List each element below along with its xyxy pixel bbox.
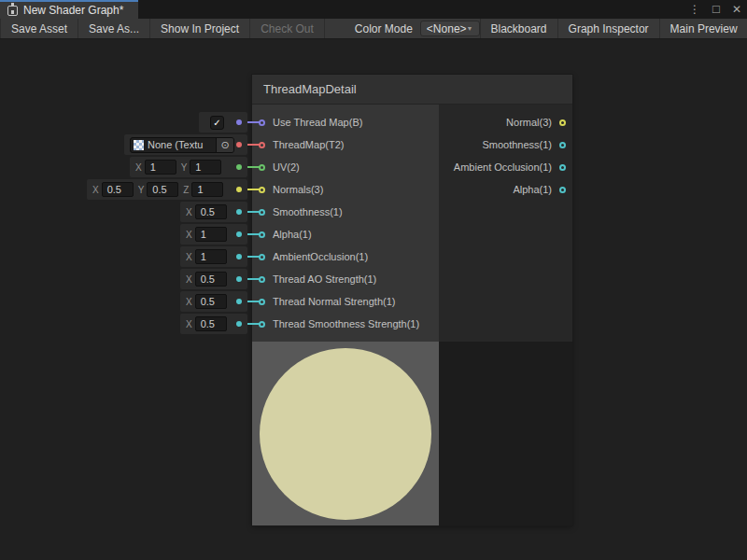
axis-label-x: X [186, 252, 192, 262]
input-row-smoothness: Smoothness(1) [252, 201, 439, 223]
normals-z-field[interactable]: 1 [191, 182, 223, 197]
color-mode-value: <None> [427, 22, 467, 35]
axis-label-x: X [135, 162, 142, 173]
input-row-threadmap: ThreadMap(T2) [252, 133, 439, 156]
axis-label-x: X [186, 297, 192, 307]
axis-label-x: X [186, 319, 192, 329]
threadmap-object-field[interactable]: None (Textu ⊙ [130, 137, 234, 153]
normals-widget: X 0.5 Y 0.5 Z 1 [87, 179, 247, 200]
chevron-down-icon: ▼ [467, 25, 473, 32]
input-port-label: Normals(3) [273, 184, 323, 195]
input-port-label: UV(2) [273, 161, 300, 173]
axis-label-y: Y [181, 162, 188, 173]
axis-label-z: Z [183, 185, 189, 195]
port-stub-dot [236, 321, 242, 327]
check-out-button: Check Out [250, 19, 325, 38]
alpha-x-field[interactable]: 1 [195, 227, 227, 242]
texture-thumbnail-icon [134, 140, 144, 150]
output-row-normal: Normal(3) [439, 111, 572, 133]
node-threadmapdetail[interactable]: ThreadMapDetail Use Thread Map(B) Thread… [252, 75, 572, 525]
thread-normal-strength-x-field[interactable]: 0.5 [195, 294, 227, 309]
shader-graph-icon [7, 6, 18, 16]
output-port[interactable] [559, 119, 566, 126]
port-stub-dot [236, 119, 242, 125]
node-preview [252, 342, 439, 525]
alpha-widget: X 1 [180, 224, 247, 245]
input-row-use-thread-map: Use Thread Map(B) [252, 111, 439, 133]
output-port[interactable] [559, 142, 566, 148]
main-preview-toggle-button[interactable]: Main Preview [660, 19, 747, 38]
axis-label-x: X [186, 274, 192, 285]
kebab-menu-icon[interactable]: ⋮ [689, 4, 700, 15]
input-row-alpha: Alpha(1) [252, 223, 439, 245]
output-row-smoothness: Smoothness(1) [439, 133, 572, 156]
close-icon[interactable]: ✕ [732, 4, 741, 15]
node-title: ThreadMapDetail [263, 82, 357, 96]
normals-x-field[interactable]: 0.5 [102, 182, 134, 197]
save-asset-button[interactable]: Save Asset [0, 19, 78, 38]
show-in-project-button[interactable]: Show In Project [150, 19, 250, 38]
input-port-label: AmbientOcclusion(1) [273, 251, 368, 262]
input-port-label: Use Thread Map(B) [273, 117, 362, 128]
color-mode-dropdown[interactable]: <None> ▼ [420, 21, 480, 36]
use-thread-map-checkbox[interactable]: ✓ [210, 116, 224, 130]
threadmap-object-value: None (Textu [148, 139, 216, 150]
axis-label-x: X [92, 185, 99, 195]
node-title-bar[interactable]: ThreadMapDetail [252, 75, 572, 105]
port-stub-dot [236, 254, 242, 259]
port-wire [246, 189, 261, 190]
object-picker-button[interactable]: ⊙ [216, 138, 233, 152]
save-as-button[interactable]: Save As... [78, 19, 150, 38]
port-stub-dot [236, 164, 242, 170]
input-row-normals: Normals(3) [252, 178, 439, 201]
ambientocclusion-widget: X 1 [180, 246, 247, 267]
output-row-ambient-occlusion: Ambient Occlusion(1) [439, 156, 572, 178]
graph-canvas[interactable]: ThreadMapDetail Use Thread Map(B) Thread… [0, 39, 747, 560]
input-row-thread-smoothness-strength: Thread Smoothness Strength(1) [252, 313, 439, 335]
input-port-label: Alpha(1) [273, 229, 312, 240]
port-wire [246, 301, 261, 302]
blackboard-toggle-button[interactable]: Blackboard [480, 19, 558, 38]
port-stub-dot [236, 209, 242, 215]
color-mode-label: Color Mode [347, 19, 420, 38]
shader-graph-toolbar: Save Asset Save As... Show In Project Ch… [0, 19, 747, 39]
thread-ao-strength-widget: X 0.5 [180, 269, 247, 289]
port-stub-dot [236, 299, 242, 304]
port-wire [246, 323, 261, 325]
port-stub-dot [236, 276, 242, 282]
port-wire [246, 121, 261, 123]
input-port-label: Smoothness(1) [273, 206, 343, 217]
window-controls: ⋮ □ ✕ [689, 0, 741, 19]
axis-label-x: X [186, 230, 192, 240]
maximize-icon[interactable]: □ [712, 3, 720, 15]
uv-x-field[interactable]: 1 [145, 160, 176, 175]
thread-smoothness-strength-x-field[interactable]: 0.5 [195, 316, 227, 331]
input-port-label: Thread Smoothness Strength(1) [273, 318, 419, 329]
smoothness-x-field[interactable]: 0.5 [195, 204, 227, 219]
object-picker-icon: ⊙ [220, 139, 229, 151]
graph-inspector-toggle-button[interactable]: Graph Inspector [558, 19, 660, 38]
smoothness-widget: X 0.5 [180, 202, 247, 222]
port-wire [246, 278, 261, 280]
port-stub-dot [236, 187, 242, 192]
uv-y-field[interactable]: 1 [190, 160, 221, 175]
tab-new-shader-graph[interactable]: New Shader Graph* [0, 0, 138, 19]
input-port-label: ThreadMap(T2) [273, 139, 344, 150]
port-wire [246, 211, 261, 213]
output-port[interactable] [559, 187, 566, 193]
port-stub-dot [236, 142, 242, 147]
input-row-uv: UV(2) [252, 156, 439, 178]
node-output-column: Normal(3) Smoothness(1) Ambient Occlusio… [439, 105, 572, 342]
axis-label-x: X [186, 207, 192, 217]
output-port-label: Alpha(1) [513, 184, 552, 195]
input-port-label: Thread Normal Strength(1) [273, 296, 395, 307]
ambientocclusion-x-field[interactable]: 1 [195, 249, 227, 264]
node-preview-section [252, 342, 572, 525]
preview-sphere [260, 348, 431, 520]
toolbar-right-group: Blackboard Graph Inspector Main Preview [480, 19, 747, 38]
normals-y-field[interactable]: 0.5 [147, 182, 178, 197]
output-port-label: Smoothness(1) [482, 139, 552, 150]
thread-ao-strength-x-field[interactable]: 0.5 [195, 272, 227, 287]
output-port[interactable] [559, 164, 566, 171]
checkmark-icon: ✓ [213, 118, 220, 128]
